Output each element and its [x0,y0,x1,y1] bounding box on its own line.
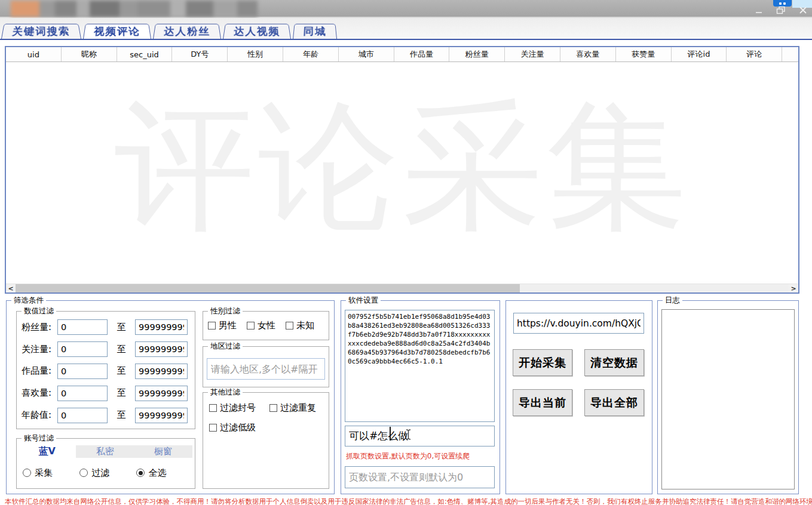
checkbox-label: 男性 [219,320,237,331]
export-current-button[interactable]: 导出当前 [513,389,572,416]
checkbox-icon [269,404,277,412]
tab-bar: 关键词搜索 视频评论 达人粉丝 达人视频 同城 [0,18,812,40]
min-value-input[interactable] [57,408,108,423]
other-filter-checkbox[interactable]: 过滤低级 [209,422,263,433]
column-header[interactable]: 评论 [782,47,798,61]
region-input[interactable] [207,358,325,380]
numeric-filter-row: 粉丝量: 至 [19,319,192,335]
max-value-input[interactable] [135,341,188,357]
blurred-app-icon [11,1,39,17]
radio-icon [136,469,145,477]
mouse-cursor-ibeam [405,429,412,441]
panel-title: 日志 [663,295,682,306]
blurred-window-title [11,1,258,17]
checkbox-icon [247,322,255,330]
numeric-filter-rows: 粉丝量: 至 关注量: 至 作品量: 至 [19,316,192,426]
account-filter-group: 账号过滤 蓝V私密橱窗 采集 过滤 全选 [16,438,195,489]
scroll-left-arrow-icon[interactable]: < [6,284,16,292]
min-value-input[interactable] [57,341,108,357]
column-header[interactable]: sec_uid [117,47,173,61]
restore-button[interactable] [776,5,786,15]
numeric-filter-row: 关注量: 至 [19,341,192,357]
numeric-filter-label: 关注量: [19,344,57,355]
gender-checkbox[interactable]: 女性 [247,320,275,331]
max-value-input[interactable] [135,408,188,423]
gender-checkbox[interactable]: 男性 [208,320,237,331]
region-filter-group: 地区过滤 [203,346,329,387]
account-mode-radio[interactable]: 过滤 [79,465,136,481]
column-header[interactable]: 昵称 [62,47,117,61]
gender-filter-group: 性别过滤 男性 女性 未知 [203,311,329,340]
video-url-input[interactable] [513,313,644,334]
radio-icon [79,469,88,477]
tab-label: 视频评论 [93,25,141,38]
column-header[interactable]: 获赞量 [616,47,672,61]
account-type-segment[interactable]: 橱窗 [134,445,192,458]
close-button[interactable] [798,5,808,15]
max-value-input[interactable] [135,364,188,379]
min-value-input[interactable] [57,364,108,379]
column-header[interactable]: 年龄 [283,47,339,61]
max-value-input[interactable] [135,319,188,335]
column-header[interactable]: 评论id [672,47,727,61]
other-filter-checkbox[interactable]: 过滤封号 [209,402,263,414]
tab[interactable]: 达人视频 [223,24,291,39]
start-collect-button[interactable]: 开始采集 [513,349,572,376]
export-all-button[interactable]: 导出全部 [584,389,644,416]
numeric-filter-label: 喜欢量: [19,387,57,399]
column-header[interactable]: uid [6,47,62,61]
group-title: 其他过滤 [208,387,243,398]
column-header[interactable]: 作品量 [394,47,450,61]
keyword-input[interactable] [345,426,495,447]
scroll-right-arrow-icon[interactable]: > [789,284,798,292]
group-title: 地区过滤 [208,341,243,352]
panel-title: 软件设置 [346,295,381,306]
window-controls [753,5,808,15]
group-title: 数值过滤 [22,306,56,316]
column-header[interactable]: 喜欢量 [560,47,616,61]
page-count-input[interactable] [345,466,495,488]
checkbox-icon [286,322,293,330]
to-label: 至 [108,387,135,399]
log-output[interactable] [661,309,795,489]
to-label: 至 [108,344,135,355]
account-type-segment[interactable]: 蓝V [18,445,76,458]
app-window: 关键词搜索 视频评论 达人粉丝 达人视频 同城 uid昵称sec_uidDY号性… [0,0,812,505]
min-value-input[interactable] [57,319,108,335]
numeric-filter-row: 作品量: 至 [19,364,192,379]
tab[interactable]: 视频评论 [83,24,151,39]
account-mode-radios: 采集 过滤 全选 [23,465,194,481]
tab[interactable]: 关键词搜索 [1,24,81,39]
column-header[interactable]: 粉丝量 [449,47,505,61]
clear-data-button[interactable]: 清空数据 [584,349,644,376]
scrollbar-thumb[interactable] [16,284,520,292]
tab[interactable]: 达人粉丝 [153,24,221,39]
column-header[interactable]: 关注量 [505,47,560,61]
radio-label: 全选 [148,467,166,479]
tab[interactable]: 同城 [293,24,337,39]
to-label: 至 [108,322,135,333]
license-code-textarea[interactable]: 007952f5b5b741eb1ef95068a8d1b95e4d03b8a4… [345,310,495,422]
gender-options: 男性 女性 未知 [208,320,327,331]
column-header[interactable]: DY号 [172,47,228,61]
gender-checkbox[interactable]: 未知 [286,320,314,331]
horizontal-scrollbar[interactable]: < > [6,284,798,292]
group-title: 账号过滤 [22,433,56,444]
column-header[interactable]: 性别 [228,47,283,61]
checkbox-label: 未知 [296,320,314,331]
account-type-segment[interactable]: 私密 [76,445,134,458]
numeric-filter-group: 数值过滤 粉丝量: 至 关注量: 至 作品量: [16,311,195,429]
account-mode-radio[interactable]: 采集 [23,465,79,481]
other-filter-checkbox[interactable]: 过滤重复 [269,402,324,414]
other-filter-group: 其他过滤 过滤封号 过滤重复 过滤低级 [203,392,329,489]
column-header[interactable]: 评论 [727,47,782,61]
minimize-button[interactable] [753,5,764,15]
checkbox-label: 过滤封号 [220,402,256,414]
column-header[interactable]: 城市 [339,47,394,61]
radio-icon [23,469,31,477]
to-label: 至 [108,365,135,377]
scrollbar-track[interactable] [520,284,789,292]
max-value-input[interactable] [135,386,188,401]
account-mode-radio[interactable]: 全选 [136,465,193,481]
min-value-input[interactable] [57,386,108,401]
